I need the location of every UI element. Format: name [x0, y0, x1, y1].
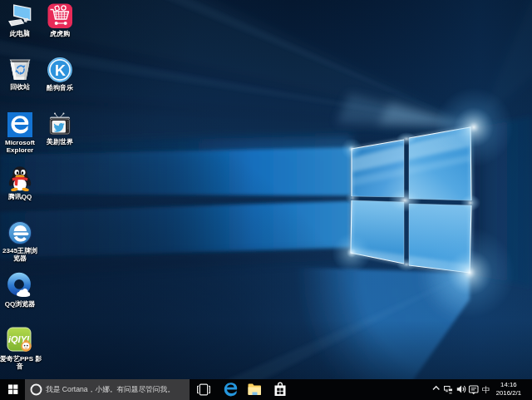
- svg-text:K: K: [55, 62, 66, 79]
